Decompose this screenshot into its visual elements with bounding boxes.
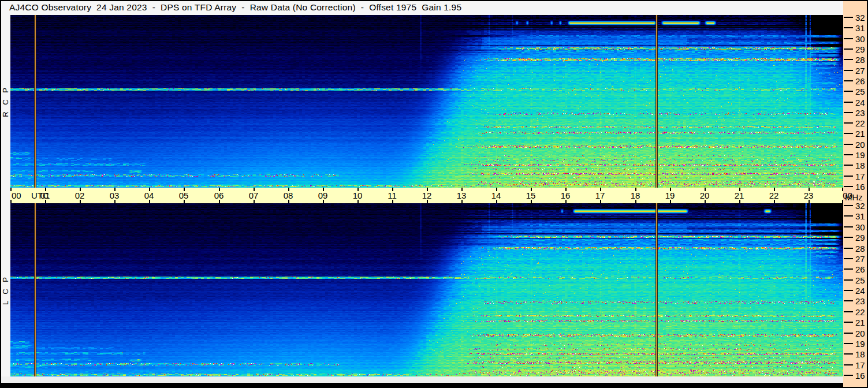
hour-label: 10 (348, 191, 367, 200)
hour-label: 11 (382, 191, 402, 200)
freq-tick-label: 22 (855, 118, 866, 128)
freq-tick-label: 19 (855, 150, 866, 160)
rcp-polarization-label: R C P (1, 15, 10, 188)
freq-tick-label: 24 (855, 98, 866, 107)
window-title: AJ4CO Observatory 24 Jan 2023 - DPS on T… (9, 2, 461, 14)
hour-label: 20 (695, 191, 714, 200)
freq-tick-label: 16 (855, 182, 866, 192)
freq-tick-label: 30 (855, 222, 866, 232)
freq-tick (844, 205, 853, 206)
freq-tick (844, 70, 853, 71)
hour-label: 00 (833, 191, 852, 200)
hour-label: 07 (244, 191, 263, 200)
freq-tick-label: 28 (855, 244, 866, 253)
hour-label: 08 (278, 191, 298, 200)
freq-tick (844, 80, 853, 81)
freq-tick (844, 215, 853, 217)
freq-tick (844, 165, 853, 166)
freq-tick-label: 25 (855, 87, 866, 96)
freq-tick-label: 18 (855, 161, 866, 170)
freq-tick-label: 27 (855, 254, 866, 264)
freq-tick-label: 29 (855, 44, 866, 54)
freq-tick (844, 279, 853, 281)
freq-tick (844, 375, 853, 376)
rcp-spectrogram-canvas (10, 15, 843, 188)
freq-tick (844, 17, 853, 18)
freq-tick (844, 102, 853, 103)
freq-tick (844, 48, 853, 50)
hour-label: 02 (70, 191, 90, 200)
freq-tick-label: 21 (855, 318, 866, 327)
freq-tick (844, 322, 853, 323)
hour-label: 00 (12, 191, 31, 200)
hour-label: 19 (660, 191, 680, 200)
freq-tick-label: 32 (855, 201, 866, 211)
freq-tick-label: 28 (855, 55, 866, 65)
freq-tick (844, 353, 853, 355)
lcp-polarization-label: L C P (1, 203, 10, 376)
freq-tick-label: 23 (855, 296, 866, 306)
hour-label: 09 (313, 191, 333, 200)
hour-label: 21 (729, 191, 749, 200)
lcp-spectrogram-canvas (10, 203, 843, 376)
hour-label: 12 (417, 191, 437, 200)
freq-tick-label: 30 (855, 34, 866, 44)
freq-tick (844, 364, 853, 365)
freq-tick (844, 290, 853, 291)
freq-tick (844, 248, 853, 249)
freq-tick-label: 31 (855, 211, 866, 221)
freq-tick (844, 176, 853, 177)
freq-tick-label: 27 (855, 66, 866, 76)
freq-tick-label: 19 (855, 339, 866, 349)
hour-label: 13 (452, 191, 471, 200)
freq-tick (844, 186, 853, 187)
freq-tick (844, 112, 853, 113)
hour-label: 17 (590, 191, 610, 200)
freq-tick-label: 32 (855, 13, 866, 23)
hour-label: 04 (139, 191, 159, 200)
freq-tick (844, 122, 853, 124)
freq-tick-label: 25 (855, 275, 866, 285)
freq-tick (844, 258, 853, 259)
hour-label: 18 (625, 191, 645, 200)
freq-tick (844, 343, 853, 344)
freq-tick (844, 300, 853, 301)
freq-tick (844, 27, 853, 28)
hour-label: 14 (486, 191, 506, 200)
freq-tick (844, 237, 853, 238)
freq-tick (844, 133, 853, 134)
freq-tick (844, 59, 853, 60)
hour-label: 16 (556, 191, 575, 200)
freq-tick-label: 24 (855, 286, 866, 296)
freq-tick (844, 333, 853, 334)
time-axis: 0001020304050607080910111213141516171819… (10, 188, 843, 203)
freq-tick (844, 91, 853, 92)
freq-tick-label: 20 (855, 329, 866, 338)
freq-tick-label: 26 (855, 76, 866, 86)
freq-tick (844, 144, 853, 145)
freq-tick-label: 16 (855, 371, 866, 380)
freq-tick (844, 154, 853, 155)
freq-tick-label: 22 (855, 307, 866, 317)
freq-tick-label: 29 (855, 233, 866, 242)
freq-tick-label: 17 (855, 360, 866, 370)
freq-tick-label: 26 (855, 264, 866, 274)
hour-label: 05 (174, 191, 193, 200)
freq-tick-label: 23 (855, 108, 866, 118)
freq-tick-label: 31 (855, 23, 866, 33)
hour-label: 03 (105, 191, 124, 200)
bottom-margin (1, 376, 843, 383)
freq-tick (844, 311, 853, 312)
freq-tick-label: 17 (855, 171, 866, 181)
freq-tick (844, 268, 853, 270)
hour-label: 22 (764, 191, 784, 200)
spectrograph-window: 3231302928272625242322212019181716323130… (0, 0, 868, 388)
freq-tick-label: 20 (855, 140, 866, 150)
hour-label: 23 (799, 191, 818, 200)
hour-label: 15 (521, 191, 541, 200)
freq-tick (844, 226, 853, 227)
utc-unit-label: UTC (31, 191, 49, 200)
hour-label: 06 (209, 191, 229, 200)
freq-tick-label: 18 (855, 349, 866, 359)
freq-tick (844, 38, 853, 39)
